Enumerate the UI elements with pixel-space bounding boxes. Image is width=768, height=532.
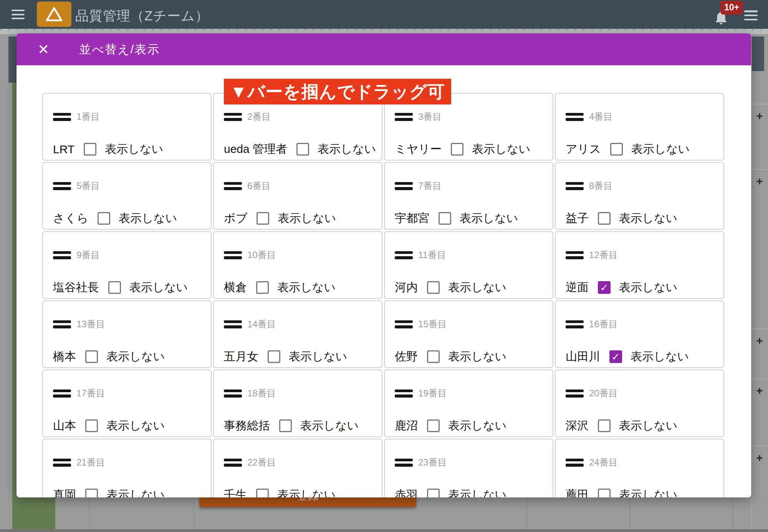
card-header: 23番目 [395,456,553,469]
card-header: 21番目 [53,456,211,469]
add-entry-button[interactable]: + [752,451,767,464]
card-header: 18番目 [224,387,382,399]
sort-item-card: 15番目 佐野 ✓ 表示しない [384,300,553,368]
hide-checkbox[interactable]: ✓ [85,419,98,432]
member-name: 逆面 [566,280,589,295]
card-body: アリス ✓ 表示しない [566,141,723,157]
hide-checkbox[interactable]: ✓ [598,281,611,294]
sort-item-card: 6番目 ボブ ✓ 表示しない [213,162,382,230]
hide-checkbox[interactable]: ✓ [439,212,451,225]
hide-checkbox-label: 表示しない [106,487,165,497]
hide-checkbox[interactable]: ✓ [296,143,309,156]
hide-checkbox[interactable]: ✓ [427,281,440,294]
drag-handle-icon[interactable] [395,113,413,121]
add-entry-button[interactable]: + [752,334,767,347]
hide-checkbox[interactable]: ✓ [85,350,98,363]
card-header: 1番目 [53,111,211,123]
drag-handle-icon[interactable] [53,320,71,328]
drag-handle-icon[interactable] [566,320,584,328]
drag-handle-icon[interactable] [395,459,413,467]
drag-handle-icon[interactable] [224,182,242,190]
hide-checkbox[interactable]: ✓ [268,350,280,363]
hide-checkbox-label: 表示しない [619,280,677,295]
member-name: 赤羽 [395,487,418,497]
hide-checkbox-label: 表示しない [277,487,336,497]
menu-icon[interactable] [12,10,25,19]
hide-checkbox[interactable]: ✓ [451,143,463,156]
drag-handle-icon[interactable] [224,251,242,259]
drag-handle-icon[interactable] [53,113,71,121]
card-body: LRT ✓ 表示しない [53,141,211,157]
notification-badge: 10+ [720,1,743,15]
hide-checkbox[interactable]: ✓ [98,212,110,225]
drag-handle-icon[interactable] [395,251,413,259]
hide-checkbox[interactable]: ✓ [610,143,623,156]
add-entry-button[interactable]: + [752,384,767,397]
drag-handle-icon[interactable] [566,459,584,467]
check-icon: ✓ [612,352,620,362]
drag-handle-icon[interactable] [395,389,413,398]
overflow-menu-icon[interactable] [744,10,758,20]
member-name: 河内 [395,280,418,295]
modal-title: 並べ替え/表示 [79,41,160,58]
card-body: 逆面 ✓ 表示しない [566,280,723,295]
drag-handle-icon[interactable] [566,182,584,190]
hide-checkbox-label: 表示しない [277,280,336,295]
hide-checkbox[interactable]: ✓ [279,419,292,432]
hide-checkbox[interactable]: ✓ [598,212,611,225]
drag-handle-icon[interactable] [566,389,584,398]
drag-handle-icon[interactable] [395,182,413,190]
sort-display-modal: ✕ 並べ替え/表示 ▼バーを掴んでドラッグ可 1番目 LRT ✓ 表示しない 2… [17,33,751,497]
card-header: 9番目 [53,249,211,261]
card-body: 薦田 ✓ 表示しない [566,487,723,497]
card-body: 壬生 ✓ 表示しない [224,487,382,497]
hide-checkbox[interactable]: ✓ [108,281,121,294]
drag-handle-icon[interactable] [53,459,71,467]
hide-checkbox[interactable]: ✓ [256,489,269,497]
drag-handle-icon[interactable] [224,389,242,398]
sort-grid: 1番目 LRT ✓ 表示しない 2番目 ueda 管理者 ✓ 表示しない 3番目 [42,93,727,497]
order-label: 5番目 [76,180,100,192]
member-name: ueda 管理者 [224,141,287,157]
member-name: 鹿沼 [395,418,418,434]
drag-handle-icon[interactable] [224,320,242,328]
card-header: 16番目 [566,318,723,330]
hide-checkbox[interactable]: ✓ [257,212,269,225]
drag-handle-icon[interactable] [53,389,71,398]
hide-checkbox[interactable]: ✓ [427,419,440,432]
notifications-button[interactable]: 10+ [710,1,744,28]
member-name: 宇都宮 [395,210,429,226]
hide-checkbox-label: 表示しない [300,418,359,434]
drag-handle-icon[interactable] [53,182,71,190]
app-title: 品質管理（Zチーム） [75,7,209,25]
hide-checkbox[interactable]: ✓ [427,350,440,363]
hide-checkbox[interactable]: ✓ [85,489,98,497]
close-icon[interactable]: ✕ [38,43,49,56]
hide-checkbox[interactable]: ✓ [84,143,96,156]
order-label: 4番目 [589,111,612,123]
add-entry-button[interactable]: + [752,175,767,188]
drag-handle-icon[interactable] [566,251,584,259]
drag-handle-icon[interactable] [224,459,242,467]
order-label: 14番目 [247,318,276,330]
app-logo[interactable] [37,2,71,27]
add-entry-button[interactable]: + [752,109,767,123]
drag-handle-icon[interactable] [566,113,584,121]
card-body: 真岡 ✓ 表示しない [53,487,211,497]
hide-checkbox[interactable]: ✓ [598,489,611,497]
hide-checkbox[interactable]: ✓ [427,489,440,497]
order-label: 22番目 [247,456,276,469]
card-header: 4番目 [566,111,723,123]
hide-checkbox[interactable]: ✓ [256,281,269,294]
hide-checkbox-label: 表示しない [448,487,506,497]
hide-checkbox[interactable]: ✓ [609,350,622,363]
card-body: ueda 管理者 ✓ 表示しない [224,141,382,157]
sort-item-card: 20番目 深沢 ✓ 表示しない [555,370,724,437]
card-body: 赤羽 ✓ 表示しない [395,487,553,497]
sort-item-card: 1番目 LRT ✓ 表示しない [42,93,212,161]
drag-handle-icon[interactable] [53,251,71,259]
hide-checkbox[interactable]: ✓ [598,419,611,432]
drag-handle-icon[interactable] [224,113,242,121]
drag-handle-icon[interactable] [395,320,413,328]
hide-checkbox-label: 表示しない [278,210,336,226]
